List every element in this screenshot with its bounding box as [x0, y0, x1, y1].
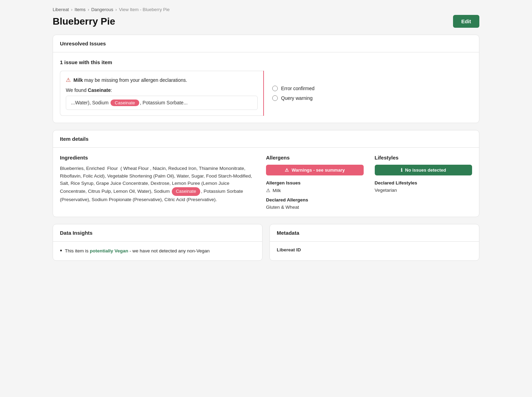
- allergens-column: Allergens ⚠ Warnings - see summary Aller…: [266, 155, 364, 210]
- info-badge-icon: ℹ: [401, 167, 402, 173]
- issue-left: ⚠ Milk may be missing from your allergen…: [60, 71, 263, 116]
- lifestyles-title: Lifestyles: [375, 155, 472, 161]
- lifestyles-success-badge: ℹ No issues detected: [375, 165, 472, 175]
- breadcrumb-items[interactable]: Items: [74, 7, 86, 12]
- metadata-card: Metadata Libereat ID: [269, 224, 479, 261]
- caseinate-highlight: Caseinate: [110, 100, 139, 106]
- unresolved-issues-header: Unresolved Issues: [53, 35, 479, 52]
- ingredients-column: Ingredients Blueberries, Enriched Flour …: [60, 155, 255, 210]
- issue-found-text: We found Caseinate:: [66, 87, 258, 93]
- unresolved-issues-card: Unresolved Issues 1 issue with this item…: [53, 35, 479, 123]
- declared-lifestyles-title: Declared Lifestyles: [375, 180, 472, 185]
- ingredients-text: Blueberries, Enriched Flour ( Wheat Flou…: [60, 165, 255, 203]
- issue-panel: ⚠ Milk may be missing from your allergen…: [60, 71, 472, 116]
- item-details-body: Ingredients Blueberries, Enriched Flour …: [53, 148, 479, 217]
- caseinate-highlight-2: Caseinate: [172, 187, 201, 196]
- item-details-header: Item details: [53, 130, 479, 148]
- declared-allergens-title: Declared Allergens: [266, 197, 364, 202]
- bottom-grid: Data Insights • This item is potentially…: [53, 224, 479, 268]
- ingredient-after: , Potassium Sorbate...: [140, 100, 188, 105]
- unresolved-issues-body: 1 issue with this item ⚠ Milk may be mis…: [53, 52, 479, 123]
- allergen-warning-icon: ⚠: [266, 188, 271, 193]
- radio-query-warning-label: Query warning: [281, 95, 313, 101]
- issue-warning-text: Milk may be missing from your allergen d…: [73, 77, 187, 83]
- potentially-vegan-link[interactable]: potentially Vegan: [90, 248, 128, 253]
- issue-warning: ⚠ Milk may be missing from your allergen…: [66, 77, 258, 83]
- ingredient-box: ...Water), Sodium Caseinate, Potassium S…: [66, 96, 258, 110]
- warning-triangle-icon: ⚠: [66, 77, 71, 83]
- page-header: Blueberry Pie Edit: [53, 15, 479, 28]
- breadcrumb-sep-2: ›: [88, 7, 89, 12]
- page-title: Blueberry Pie: [53, 16, 115, 27]
- radio-error-confirmed-input[interactable]: [272, 86, 278, 91]
- allergen-milk-label: Milk: [273, 188, 281, 193]
- data-insights-content: • This item is potentially Vegan - we ha…: [53, 242, 262, 260]
- item-details-card: Item details Ingredients Blueberries, En…: [53, 130, 479, 217]
- warning-badge-icon: ⚠: [285, 167, 289, 173]
- declared-lifestyles-value: Vegetarian: [375, 188, 472, 193]
- warning-badge-text: Warnings - see summary: [292, 167, 345, 173]
- data-insights-card: Data Insights • This item is potentially…: [53, 224, 263, 261]
- metadata-header: Metadata: [270, 224, 479, 242]
- radio-error-confirmed[interactable]: Error confirmed: [272, 86, 464, 91]
- allergen-issues-title: Allergen Issues: [266, 180, 364, 185]
- breadcrumb-sep-1: ›: [71, 7, 72, 12]
- lifestyles-column: Lifestyles ℹ No issues detected Declared…: [375, 155, 472, 210]
- libereat-id-label: Libereat ID: [277, 247, 472, 252]
- found-item: Caseinate: [88, 87, 111, 93]
- breadcrumb-dangerous[interactable]: Dangerous: [91, 7, 113, 12]
- item-details-grid: Ingredients Blueberries, Enriched Flour …: [60, 155, 472, 210]
- ingredient-before: ...Water), Sodium: [71, 100, 110, 105]
- data-insights-header: Data Insights: [53, 224, 262, 242]
- radio-query-warning-input[interactable]: [272, 95, 278, 101]
- breadcrumb: Libereat › Items › Dangerous › View Item…: [53, 7, 479, 12]
- breadcrumb-libereat[interactable]: Libereat: [53, 7, 69, 12]
- breadcrumb-current: View Item - Blueberry Pie: [119, 7, 169, 12]
- issue-right: Error confirmed Query warning: [264, 71, 472, 116]
- bullet-icon: •: [60, 247, 62, 255]
- metadata-content: Libereat ID: [270, 242, 479, 259]
- data-insights-bullet: • This item is potentially Vegan - we ha…: [60, 247, 255, 255]
- bullet-text: This item is potentially Vegan - we have…: [65, 247, 210, 255]
- declared-allergens-value: Gluten & Wheat: [266, 205, 364, 210]
- allergens-title: Allergens: [266, 155, 364, 161]
- radio-query-warning[interactable]: Query warning: [272, 95, 464, 101]
- no-issues-text: No issues detected: [405, 167, 446, 173]
- allergens-warning-badge: ⚠ Warnings - see summary: [266, 165, 364, 175]
- issue-count: 1 issue with this item: [60, 59, 472, 65]
- breadcrumb-sep-3: ›: [115, 7, 117, 12]
- edit-button[interactable]: Edit: [453, 15, 479, 28]
- ingredients-title: Ingredients: [60, 155, 255, 161]
- allergen-issue-milk: ⚠ Milk: [266, 188, 364, 193]
- radio-error-confirmed-label: Error confirmed: [281, 86, 314, 91]
